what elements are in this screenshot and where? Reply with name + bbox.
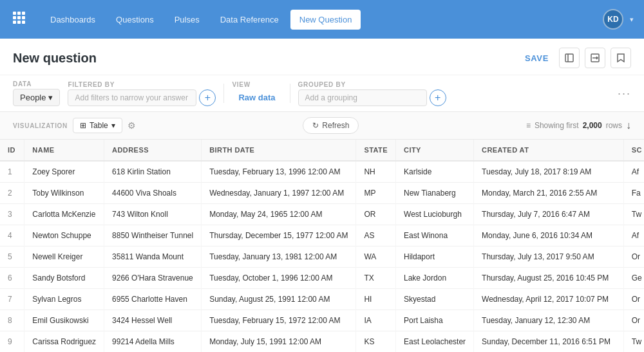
table-cell: Monday, July 15, 1991 12:00 AM: [202, 331, 356, 353]
table-cell: Thursday, December 15, 1977 12:00 AM: [202, 225, 356, 246]
table-row[interactable]: 2Toby Wilkinson44600 Viva ShoalsWednesda…: [0, 183, 644, 204]
groupby-control: Add a grouping +: [298, 89, 446, 106]
row-count: 2,000: [583, 121, 602, 130]
nav-questions[interactable]: Questions: [107, 10, 163, 30]
table-cell: East Winona: [396, 225, 474, 246]
filter-section: FILTERED BY Add filters to narrow your a…: [68, 81, 216, 106]
table-cell: East Leolachester: [396, 331, 474, 353]
table-cell: Karlside: [396, 161, 474, 183]
table-cell: Af: [623, 225, 644, 246]
embed-icon-button[interactable]: [585, 48, 605, 68]
table-cell: Af: [623, 161, 644, 183]
table-cell: 9: [0, 331, 24, 353]
table-cell: Monday, May 24, 1965 12:00 AM: [202, 204, 356, 225]
svg-rect-8: [22, 16, 25, 19]
table-cell: 6: [0, 268, 24, 289]
filter-input[interactable]: Add filters to narrow your answer: [68, 89, 196, 106]
refresh-button[interactable]: ↻ Refresh: [303, 117, 359, 134]
nav-pulses[interactable]: Pulses: [166, 10, 209, 30]
table-row[interactable]: 9Carissa Rodriguez99214 Adella MillsMond…: [0, 331, 644, 353]
table-cell: Wednesday, January 1, 1997 12:00 AM: [202, 183, 356, 204]
table-cell: Skyestad: [396, 289, 474, 310]
table-viz-label: Table: [90, 121, 108, 130]
data-section: DATA People ▾: [13, 80, 60, 106]
svg-rect-3: [13, 16, 16, 19]
col-header-address[interactable]: Address: [104, 140, 202, 161]
table-row[interactable]: 5Newell Kreiger35811 Wanda MountTuesday,…: [0, 246, 644, 268]
table-cell: Hildaport: [396, 246, 474, 268]
table-cell: 8: [0, 310, 24, 331]
table-cell: New Tianaberg: [396, 183, 474, 204]
table-cell: Tuesday, January 12, 12:30 AM: [474, 310, 624, 331]
header-actions: SAVE: [520, 48, 631, 68]
table-cell: KS: [356, 331, 396, 353]
embed-icon: [591, 53, 600, 62]
settings-icon[interactable]: ⚙: [128, 120, 136, 131]
svg-rect-1: [17, 12, 21, 15]
col-header-id[interactable]: ID: [0, 140, 24, 161]
nav-new-question[interactable]: New Question: [290, 10, 361, 30]
nav-data-reference[interactable]: Data Reference: [211, 10, 288, 30]
col-header-city[interactable]: City: [396, 140, 474, 161]
user-avatar[interactable]: KD: [603, 9, 623, 30]
table-row[interactable]: 4Newton Schuppe8850 Wintheiser TunnelThu…: [0, 225, 644, 246]
table-row[interactable]: 8Emil Gusikowski3424 Hessel WellTuesday,…: [0, 310, 644, 331]
table-cell: 7: [0, 289, 24, 310]
table-row[interactable]: 1Zoey Sporer618 Kirlin StationTuesday, F…: [0, 161, 644, 183]
data-label: DATA: [13, 80, 60, 88]
groupby-section: GROUPED BY Add a grouping +: [298, 81, 446, 106]
table-cell: Wednesday, April 12, 2017 10:07 PM: [474, 289, 624, 310]
table-header-row: ID Name Address Birth Date State City Cr…: [0, 140, 644, 161]
nav-dashboards[interactable]: Dashboards: [41, 10, 104, 30]
table-row[interactable]: 3Carlotta McKenzie743 Wilton KnollMonday…: [0, 204, 644, 225]
table-cell: Tw: [623, 331, 644, 353]
toolbar-more-options[interactable]: ···: [618, 87, 631, 100]
table-cell: 99214 Adella Mills: [104, 331, 202, 353]
nav-links: Dashboards Questions Pulses Data Referen…: [41, 10, 598, 30]
query-toolbar: DATA People ▾ FILTERED BY Add filters to…: [0, 75, 644, 112]
table-cell: Tuesday, October 1, 1996 12:00 AM: [202, 268, 356, 289]
table-cell: 44600 Viva Shoals: [104, 183, 202, 204]
col-header-name[interactable]: Name: [24, 140, 104, 161]
table-cell: Sandy Botsford: [24, 268, 104, 289]
data-table-wrapper: ID Name Address Birth Date State City Cr…: [0, 140, 644, 352]
table-cell: Toby Wilkinson: [24, 183, 104, 204]
bookmark-icon: [617, 53, 625, 62]
table-row[interactable]: 7Sylvan Legros6955 Charlotte HavenSunday…: [0, 289, 644, 310]
col-header-state[interactable]: State: [356, 140, 396, 161]
col-header-sc[interactable]: Sc: [623, 140, 644, 161]
raw-data-view[interactable]: Raw data: [232, 89, 281, 106]
table-cell: 9266 O'Hara Stravenue: [104, 268, 202, 289]
table-cell: 743 Wilton Knoll: [104, 204, 202, 225]
svg-rect-7: [22, 21, 25, 24]
table-cell: Newell Kreiger: [24, 246, 104, 268]
table-cell: 3424 Hessel Well: [104, 310, 202, 331]
avatar-chevron-icon: ▾: [630, 15, 634, 24]
table-cell: 618 Kirlin Station: [104, 161, 202, 183]
table-cell: Or: [623, 310, 644, 331]
data-table: ID Name Address Birth Date State City Cr…: [0, 140, 644, 352]
grouped-by-label: GROUPED BY: [298, 81, 446, 88]
table-cell: Monday, March 21, 2016 2:55 AM: [474, 183, 624, 204]
share-icon-button[interactable]: [559, 48, 580, 68]
add-groupby-button[interactable]: +: [430, 89, 446, 106]
download-icon[interactable]: ↓: [626, 120, 631, 131]
table-cell: NH: [356, 161, 396, 183]
col-header-birth[interactable]: Birth Date: [202, 140, 356, 161]
table-viz-selector[interactable]: ⊞ Table ▾: [73, 118, 122, 133]
table-cell: WA: [356, 246, 396, 268]
table-row[interactable]: 6Sandy Botsford9266 O'Hara StravenueTues…: [0, 268, 644, 289]
data-people-selector[interactable]: People ▾: [13, 89, 60, 106]
toolbar-divider: [223, 84, 224, 103]
table-cell: Sunday, August 25, 1991 12:00 AM: [202, 289, 356, 310]
svg-rect-5: [13, 21, 16, 24]
col-header-created[interactable]: Created At: [474, 140, 624, 161]
bookmark-icon-button[interactable]: [611, 48, 631, 68]
groupby-input[interactable]: Add a grouping: [298, 89, 427, 106]
save-button[interactable]: SAVE: [520, 51, 554, 66]
table-cell: 35811 Wanda Mount: [104, 246, 202, 268]
add-filter-button[interactable]: +: [199, 89, 216, 106]
table-cell: Sunday, December 11, 2016 6:51 PM: [474, 331, 624, 353]
view-control: Raw data: [232, 89, 281, 106]
filtered-by-label: FILTERED BY: [68, 81, 216, 88]
